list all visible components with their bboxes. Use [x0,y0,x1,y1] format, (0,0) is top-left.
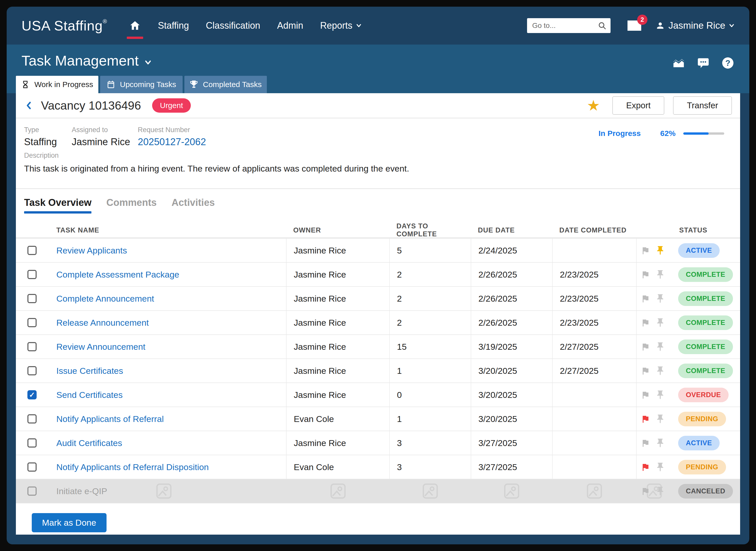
task-link[interactable]: Review Announcement [56,342,145,352]
status-cell: COMPLETE [672,311,740,335]
image-placeholder-icon [155,483,172,500]
page-title[interactable]: Task Management [21,45,735,69]
task-link[interactable]: Send Certificates [56,390,123,400]
row-checkbox[interactable] [27,342,37,351]
pin-icon[interactable] [655,486,665,496]
urgent-badge: Urgent [152,98,191,113]
transfer-button[interactable]: Transfer [673,96,732,115]
checkbox-cell [16,431,41,455]
pin-icon[interactable] [655,438,665,448]
flag-icon[interactable] [641,487,650,496]
flag-icon[interactable] [641,462,650,472]
tab-upcoming-tasks[interactable]: Upcoming Tasks [100,76,182,93]
flag-icon[interactable] [641,342,650,351]
pin-icon[interactable] [655,318,665,328]
pin-icon[interactable] [655,269,665,280]
flag-icon[interactable] [641,246,650,255]
description-block: Description This task is originated from… [16,151,740,189]
description-label: Description [24,151,732,159]
primary-nav: Staffing Classification Admin Reports [129,7,362,45]
pin-icon[interactable] [655,462,665,472]
comments-button[interactable] [698,57,709,69]
tab-activities[interactable]: Activities [171,197,215,213]
nav-label: Admin [277,20,303,31]
task-link[interactable]: Audit Certificates [56,438,122,448]
flag-icon[interactable] [641,390,650,400]
back-chevron-button[interactable] [24,100,34,111]
status-badge: COMPLETE [678,316,733,330]
row-checkbox[interactable] [27,487,37,496]
nav-classification[interactable]: Classification [206,7,260,45]
pin-icon[interactable] [655,390,665,400]
row-checkbox[interactable] [27,246,37,255]
task-link[interactable]: Complete Announcement [56,294,154,304]
owner-text: Jasmine Rice [294,366,346,376]
favorite-star-icon[interactable]: ★ [587,98,600,113]
checkbox-cell [16,263,41,286]
row-checkbox[interactable] [27,294,37,303]
nav-home[interactable] [129,7,141,45]
tab-work-in-progress[interactable]: Work in Progress [16,76,98,93]
tab-task-overview[interactable]: Task Overview [24,197,91,213]
flag-icon[interactable] [641,318,650,327]
search-icon[interactable] [598,21,607,30]
nav-reports[interactable]: Reports [320,7,362,45]
mark-as-done-button[interactable]: Mark as Done [32,513,106,532]
row-checkbox[interactable]: ✓ [27,390,37,400]
row-checkbox[interactable] [27,414,37,424]
row-checkbox[interactable] [27,318,37,327]
flag-icon[interactable] [641,366,650,375]
task-link[interactable]: Release Announcement [56,318,149,328]
nav-staffing[interactable]: Staffing [158,7,189,45]
export-button[interactable]: Export [612,96,664,115]
row-checkbox[interactable] [27,462,37,472]
days-cell: 5 [389,238,471,262]
row-checkbox[interactable] [27,270,37,279]
task-link[interactable]: Review Applicants [56,245,127,255]
pin-icon[interactable] [655,245,665,255]
notifications-mail-button[interactable]: 2 [627,20,642,31]
status-badge: OVERDUE [678,388,729,402]
flag-icon[interactable] [641,294,650,303]
flag-icon[interactable] [641,414,650,424]
task-link[interactable]: Initiate e-QIP [56,486,107,496]
user-menu[interactable]: Jasmine Rice [656,20,735,31]
chevron-down-icon [729,23,735,28]
pin-icon[interactable] [655,342,665,352]
task-link[interactable]: Issue Certificates [56,366,123,376]
field-label: Request Number [138,126,206,134]
row-checkbox[interactable] [27,366,37,375]
flag-icon[interactable] [641,438,650,448]
task-link[interactable]: Notify Applicants of Referral Dispositio… [56,462,209,472]
app-logo-text: USA Staffing [21,18,103,33]
search-input[interactable] [532,21,598,30]
due-date-cell [471,479,552,503]
owner-cell: Jasmine Rice [286,263,389,286]
status-cell: COMPLETE [672,287,740,310]
flags-cell [636,383,672,407]
help-button[interactable]: ? [722,57,733,69]
flag-icon[interactable] [641,270,650,279]
status-badge: COMPLETE [678,340,733,354]
task-link[interactable]: Notify Applicants of Referral [56,414,164,424]
date-completed-cell [552,479,636,503]
progress-bar-fill [683,132,709,135]
due-date-cell: 3/27/2025 [471,431,552,455]
due-date-text: 3/20/2025 [478,366,517,376]
days-cell: 3 [389,455,471,479]
owner-text: Jasmine Rice [294,438,346,448]
row-checkbox[interactable] [27,438,37,448]
pin-icon[interactable] [655,414,665,424]
page-title-text: Task Management [21,52,139,69]
pin-icon[interactable] [655,294,665,304]
tab-comments[interactable]: Comments [106,197,156,213]
mail-activity-button[interactable] [673,57,684,69]
status-badge: COMPLETE [678,267,733,282]
tab-completed-tasks[interactable]: Completed Tasks [184,76,267,93]
request-number-link[interactable]: 20250127-2062 [138,136,206,147]
days-cell: 1 [389,407,471,431]
image-placeholder-icon [422,483,439,500]
pin-icon[interactable] [655,366,665,376]
nav-admin[interactable]: Admin [277,7,303,45]
task-link[interactable]: Complete Assessment Package [56,269,179,280]
